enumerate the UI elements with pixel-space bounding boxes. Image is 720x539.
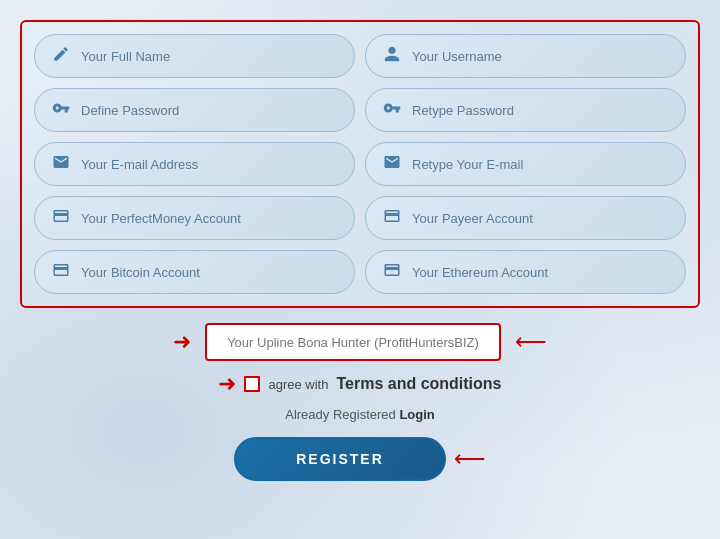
terms-row: ➜ agree with Terms and conditions xyxy=(218,371,501,397)
key-icon-left xyxy=(51,99,71,121)
retype-password-wrapper[interactable] xyxy=(365,88,686,132)
register-arrow: ⟵ xyxy=(454,446,486,472)
email-icon-left xyxy=(51,153,71,175)
payeer-input[interactable] xyxy=(412,211,669,226)
card-icon-payeer xyxy=(382,207,402,229)
bitcoin-wrapper[interactable] xyxy=(34,250,355,294)
terms-link[interactable]: Terms and conditions xyxy=(336,375,501,393)
define-password-input[interactable] xyxy=(81,103,338,118)
username-input[interactable] xyxy=(412,49,669,64)
upline-input[interactable] xyxy=(223,335,483,350)
terms-arrow: ➜ xyxy=(218,371,236,397)
card-icon-btc xyxy=(51,261,71,283)
register-button[interactable]: REGISTER xyxy=(234,437,446,481)
card-icon-eth xyxy=(382,261,402,283)
retype-email-input[interactable] xyxy=(412,157,669,172)
card-icon-pm xyxy=(51,207,71,229)
email-input[interactable] xyxy=(81,157,338,172)
upline-row: ➜ ⟵ xyxy=(173,323,547,361)
retype-password-input[interactable] xyxy=(412,103,669,118)
page-container: ➜ ⟵ ➜ agree with Terms and conditions Al… xyxy=(10,10,710,491)
key-icon-right xyxy=(382,99,402,121)
retype-email-wrapper[interactable] xyxy=(365,142,686,186)
full-name-input[interactable] xyxy=(81,49,338,64)
form-grid xyxy=(34,34,686,294)
payeer-wrapper[interactable] xyxy=(365,196,686,240)
upline-wrapper[interactable] xyxy=(205,323,501,361)
email-wrapper[interactable] xyxy=(34,142,355,186)
already-registered-text: Already Registered xyxy=(285,407,399,422)
registration-form-box xyxy=(20,20,700,308)
upline-arrow-right: ⟵ xyxy=(515,329,547,355)
ethereum-wrapper[interactable] xyxy=(365,250,686,294)
login-row: Already Registered Login xyxy=(285,407,435,422)
login-link[interactable]: Login xyxy=(399,407,434,422)
register-row: REGISTER ⟵ xyxy=(234,437,486,481)
perfectmoney-input[interactable] xyxy=(81,211,338,226)
form-outer-wrapper: ➜ ⟵ ➜ agree with Terms and conditions Al… xyxy=(20,20,700,481)
username-wrapper[interactable] xyxy=(365,34,686,78)
bottom-section: ➜ ⟵ ➜ agree with Terms and conditions Al… xyxy=(20,323,700,481)
ethereum-input[interactable] xyxy=(412,265,669,280)
terms-text: agree with xyxy=(268,377,328,392)
define-password-wrapper[interactable] xyxy=(34,88,355,132)
edit-icon xyxy=(51,45,71,67)
full-name-wrapper[interactable] xyxy=(34,34,355,78)
user-icon xyxy=(382,45,402,67)
email-icon-right xyxy=(382,153,402,175)
upline-arrow-left: ➜ xyxy=(173,329,191,355)
terms-checkbox[interactable] xyxy=(244,376,260,392)
bitcoin-input[interactable] xyxy=(81,265,338,280)
perfectmoney-wrapper[interactable] xyxy=(34,196,355,240)
